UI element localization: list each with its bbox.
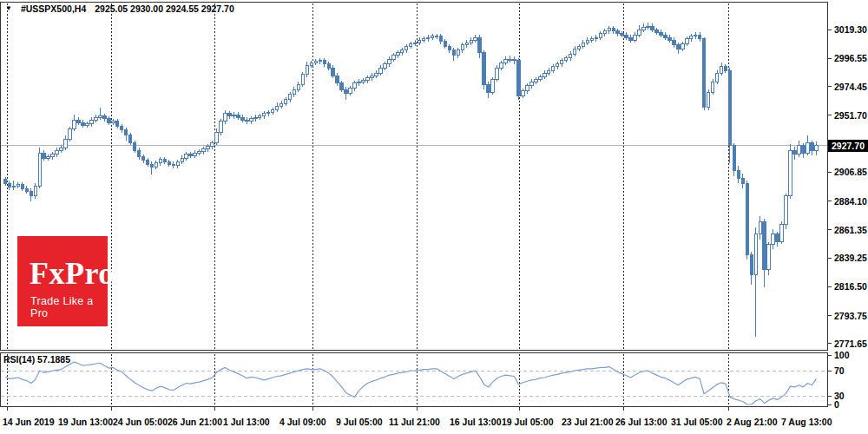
price-axis-label: 2839.25 bbox=[834, 253, 867, 263]
rsi-axis-label: 70 bbox=[834, 365, 845, 376]
time-axis-label: 11 Jul 21:00 bbox=[389, 417, 440, 427]
price-axis-label: 2793.75 bbox=[834, 311, 867, 321]
price-axis-label: 2906.85 bbox=[834, 167, 867, 177]
fxpro-logo: FxPro Trade Like a Pro bbox=[17, 236, 108, 326]
candles-layer bbox=[3, 23, 818, 338]
time-axis-label: 23 Jul 21:00 bbox=[562, 417, 614, 427]
time-axis-label: 26 Jun 21:00 bbox=[168, 417, 222, 427]
ohlc-quote-label: 2925.05 2930.00 2924.55 2927.70 bbox=[95, 3, 234, 14]
symbol-timeframe-label: #USSPX500,H4 bbox=[21, 3, 86, 14]
rsi-axis-label: 100 bbox=[834, 350, 850, 360]
indicator-label: RSI(14) 57.1885 bbox=[3, 354, 70, 365]
price-axis-label: 2816.50 bbox=[834, 281, 867, 292]
price-axis-label: 2974.45 bbox=[834, 82, 867, 92]
price-axis-label: 3019.30 bbox=[834, 24, 867, 35]
time-axis-label: 31 Jul 05:00 bbox=[671, 417, 723, 427]
time-axis-label: 4 Jul 09:00 bbox=[279, 417, 326, 427]
time-axis-label: 19 Jul 05:00 bbox=[502, 417, 554, 427]
price-arrow-icon[interactable]: ▼ bbox=[5, 4, 12, 15]
logo-wordmark: FxPro bbox=[30, 255, 115, 292]
rsi-axis-label: 0 bbox=[834, 399, 839, 410]
time-axis-label: 24 Jun 05:00 bbox=[113, 417, 168, 427]
time-axis-label: 7 Aug 13:00 bbox=[781, 417, 832, 427]
chart-header: ▼ #USSPX500,H4 2925.05 2930.00 2924.55 2… bbox=[5, 3, 234, 14]
price-axis-label: 2884.10 bbox=[834, 196, 867, 207]
price-axis-label: 2996.55 bbox=[834, 53, 867, 63]
time-axis-label: 16 Jul 13:00 bbox=[450, 417, 502, 427]
logo-tagline: Trade Like a Pro bbox=[30, 295, 108, 319]
rsi-line bbox=[5, 362, 816, 404]
time-axis-label: 9 Jul 05:00 bbox=[336, 417, 383, 427]
time-gridlines bbox=[8, 3, 729, 411]
time-axis-label: 14 Jun 2019 bbox=[3, 417, 55, 427]
time-axis-label: 2 Aug 21:00 bbox=[727, 417, 778, 427]
time-axis-label: 19 Jun 13:00 bbox=[58, 417, 113, 427]
price-axis-label: 2771.65 bbox=[834, 339, 867, 349]
current-price-tag: 2927.70 bbox=[828, 140, 868, 152]
price-axis-label: 2861.35 bbox=[834, 225, 867, 235]
price-axis-label: 2951.70 bbox=[834, 110, 867, 121]
time-axis-label: 26 Jul 13:00 bbox=[615, 417, 667, 427]
chart-canvas bbox=[0, 0, 868, 434]
time-axis-label: 1 Jul 13:00 bbox=[223, 417, 270, 427]
chart-window: ▼ #USSPX500,H4 2925.05 2930.00 2924.55 2… bbox=[0, 0, 868, 434]
